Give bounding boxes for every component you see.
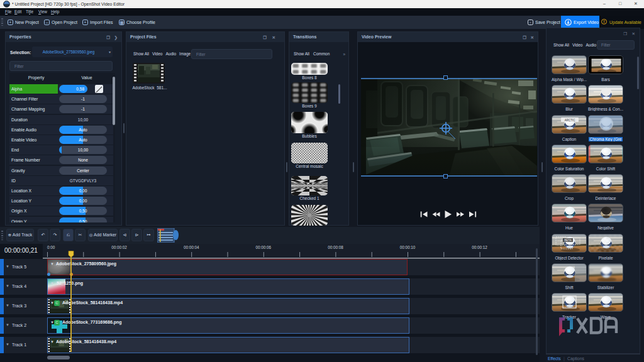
svg-text:00:00:08: 00:00:08: [328, 245, 343, 250]
svg-text:00:00:02: 00:00:02: [111, 245, 127, 250]
svg-text:BETA: BETA: [564, 239, 571, 242]
svg-text:00:00:12: 00:00:12: [472, 245, 487, 250]
svg-text:00:00:06: 00:00:06: [256, 245, 272, 250]
svg-text:00:00:10: 00:00:10: [400, 245, 416, 250]
svg-text:00:00:04: 00:00:04: [184, 245, 199, 250]
svg-text:0:00: 0:00: [47, 245, 55, 250]
svg-text:ARCTIC: ARCTIC: [565, 119, 576, 122]
